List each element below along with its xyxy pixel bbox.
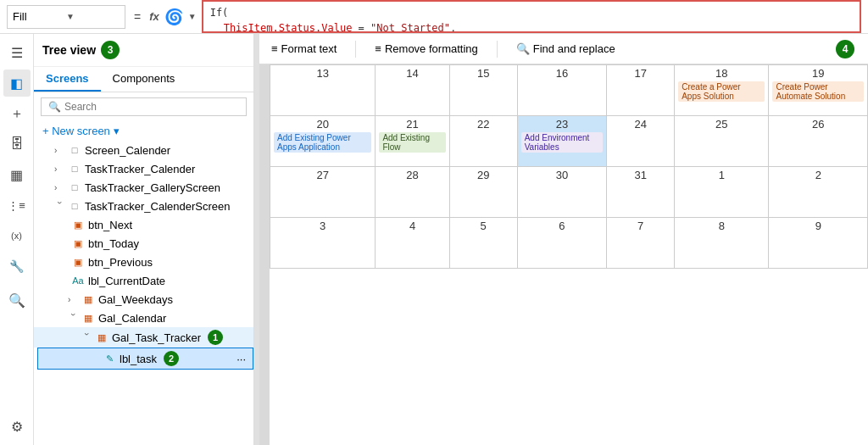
calendar-cell[interactable]: 18Create a Power Apps Solution xyxy=(675,65,769,116)
fx-icon: fx xyxy=(149,10,159,23)
calendar-cell[interactable]: 1 xyxy=(675,167,769,218)
day-number: 3 xyxy=(274,220,371,232)
tree-item-tasktracker-calenderscreen[interactable]: › □ TaskTracker_CalenderScreen xyxy=(34,197,253,215)
controls-icon[interactable]: 🔧 xyxy=(3,253,31,280)
day-number: 21 xyxy=(379,118,445,131)
item-label: Gal_Task_Tracker xyxy=(112,331,201,344)
event-chip[interactable]: Add Environment Variables xyxy=(521,132,604,153)
button-icon: ▣ xyxy=(71,236,85,250)
tree-item-btn-previous[interactable]: ▣ btn_Previous xyxy=(34,253,253,271)
find-replace-button[interactable]: 🔍 Find and replace xyxy=(511,41,620,57)
calendar-cell[interactable]: 28 xyxy=(376,167,449,218)
day-number: 31 xyxy=(610,169,670,181)
search-box[interactable]: 🔍 xyxy=(41,97,247,116)
calendar-cell[interactable]: 29 xyxy=(449,167,517,218)
event-chip[interactable]: Create Power Automate Solution xyxy=(772,81,864,102)
calendar-cell[interactable]: 6 xyxy=(517,218,607,269)
event-chip[interactable]: Create a Power Apps Solution xyxy=(678,81,765,102)
calendar-cell[interactable]: 20Add Existing Power Apps Application xyxy=(270,116,376,167)
formula-dropdown-arrow[interactable]: ▼ xyxy=(188,12,197,21)
calendar-cell[interactable]: 13 xyxy=(270,65,376,116)
event-chip[interactable]: Add Existing Power Apps Application xyxy=(274,132,371,153)
new-screen-arrow-icon: ▾ xyxy=(114,125,120,137)
day-number: 8 xyxy=(678,220,765,232)
item-label: btn_Today xyxy=(88,237,139,250)
format-text-label: Format text xyxy=(281,42,337,55)
calendar-cell[interactable]: 15 xyxy=(449,65,517,116)
variable-icon[interactable]: (x) xyxy=(3,222,31,249)
item-label: TaskTracker_GalleryScreen xyxy=(85,181,220,194)
day-number: 25 xyxy=(678,118,765,131)
formula-icon[interactable]: ⋮≡ xyxy=(3,192,31,219)
fill-dropdown[interactable]: Fill ▼ xyxy=(7,5,125,29)
calendar-grid-wrapper[interactable]: 131415161718Create a Power Apps Solution… xyxy=(270,64,868,445)
calendar-grid: 131415161718Create a Power Apps Solution… xyxy=(270,64,868,269)
calendar-cell[interactable]: 19Create Power Automate Solution xyxy=(769,65,868,116)
calendar-cell[interactable]: 4 xyxy=(376,218,449,269)
item-more-icon[interactable]: ··· xyxy=(236,353,246,365)
layers-icon[interactable]: ◧ xyxy=(3,70,31,97)
tree-item-btn-today[interactable]: ▣ btn_Today xyxy=(34,234,253,253)
calendar-cell[interactable]: 3 xyxy=(270,218,376,269)
calendar-cell[interactable]: 30 xyxy=(517,167,607,218)
item-label: TaskTracker_CalenderScreen xyxy=(85,200,230,213)
calendar-cell[interactable]: 24 xyxy=(607,116,675,167)
tree-item-tasktracker-galleryscreen[interactable]: › □ TaskTracker_GalleryScreen xyxy=(34,178,253,197)
day-number: 13 xyxy=(274,67,371,80)
top-bar: Fill ▼ = fx 🌀 ▼ If( ThisItem.Status.Valu… xyxy=(0,0,868,34)
new-screen-button[interactable]: + New screen ▾ xyxy=(34,121,253,141)
tree-item-gal-weekdays[interactable]: › ▦ Gal_Weekdays xyxy=(34,290,253,309)
tree-item-lbl-currentdate[interactable]: Aa lbl_CurrentDate xyxy=(34,271,253,290)
tree-item-gal-task-tracker[interactable]: › ▦ Gal_Task_Tracker 1 xyxy=(34,327,253,348)
day-number: 9 xyxy=(772,220,864,232)
tree-item-btn-next[interactable]: ▣ btn_Next xyxy=(34,215,253,234)
button-icon: ▣ xyxy=(71,255,85,269)
tab-screens[interactable]: Screens xyxy=(34,67,101,92)
shapes-icon[interactable]: ▦ xyxy=(3,161,31,188)
remove-formatting-button[interactable]: ≡ Remove formatting xyxy=(370,41,482,57)
tree-item-lbl-task[interactable]: ✎ lbl_task 2 ··· xyxy=(37,348,253,370)
item-label: Gal_Calendar xyxy=(98,312,166,325)
calendar-cell[interactable]: 8 xyxy=(675,218,769,269)
formula-bar[interactable]: If( ThisItem.Status.Value = "Not Started… xyxy=(202,0,861,33)
calendar-cell[interactable]: 26 xyxy=(769,116,868,167)
calendar-cell[interactable]: 25 xyxy=(675,116,769,167)
search-left-icon[interactable]: 🔍 xyxy=(3,286,31,314)
calendar-cell[interactable]: 17 xyxy=(607,65,675,116)
search-icon: 🔍 xyxy=(48,101,61,113)
calendar-cell[interactable]: 27 xyxy=(270,167,376,218)
plus-icon[interactable]: ＋ xyxy=(3,100,31,127)
tree-item-gal-calendar[interactable]: › ▦ Gal_Calendar xyxy=(34,309,253,327)
tree-item-tasktracker-calender[interactable]: › □ TaskTracker_Calender xyxy=(34,159,253,178)
calendar-cell[interactable]: 5 xyxy=(449,218,517,269)
day-number: 26 xyxy=(772,118,864,131)
tree-items: › □ Screen_Calender › □ TaskTracker_Cale… xyxy=(34,141,253,445)
screen-icon: □ xyxy=(68,143,81,157)
calendar-cell[interactable]: 7 xyxy=(607,218,675,269)
format-text-button[interactable]: ≡ Format text xyxy=(266,41,342,57)
main-layout: ☰ ◧ ＋ 🗄 ▦ ⋮≡ (x) 🔧 🔍 ⚙ Tree view 3 Scree… xyxy=(0,34,868,445)
calendar-cell[interactable]: 14 xyxy=(376,65,449,116)
hamburger-icon[interactable]: ☰ xyxy=(3,39,31,66)
day-number: 24 xyxy=(610,118,670,131)
tree-item-screen-calender[interactable]: › □ Screen_Calender xyxy=(34,141,253,159)
dropdown-arrow-icon: ▼ xyxy=(66,12,120,21)
canvas-area: 131415161718Create a Power Apps Solution… xyxy=(259,64,868,445)
event-chip[interactable]: Add Existing Flow xyxy=(379,132,445,153)
calendar-cell[interactable]: 22 xyxy=(449,116,517,167)
calendar-cell[interactable]: 21Add Existing Flow xyxy=(376,116,449,167)
search-input[interactable] xyxy=(64,101,239,113)
calendar-cell[interactable]: 2 xyxy=(769,167,868,218)
caret-icon: › xyxy=(54,146,64,155)
day-number: 20 xyxy=(274,118,371,131)
calendar-cell[interactable]: 31 xyxy=(607,167,675,218)
screen-icon: □ xyxy=(68,181,81,194)
calendar-cell[interactable]: 9 xyxy=(769,218,868,269)
day-number: 29 xyxy=(453,169,514,181)
calendar-cell[interactable]: 16 xyxy=(517,65,607,116)
tab-components[interactable]: Components xyxy=(101,67,187,92)
database-icon[interactable]: 🗄 xyxy=(3,131,31,158)
content-area: ≡ Format text ≡ Remove formatting 🔍 Find… xyxy=(259,34,868,445)
settings-bottom-icon[interactable]: ⚙ xyxy=(3,413,31,440)
calendar-cell[interactable]: 23Add Environment Variables xyxy=(517,116,607,167)
